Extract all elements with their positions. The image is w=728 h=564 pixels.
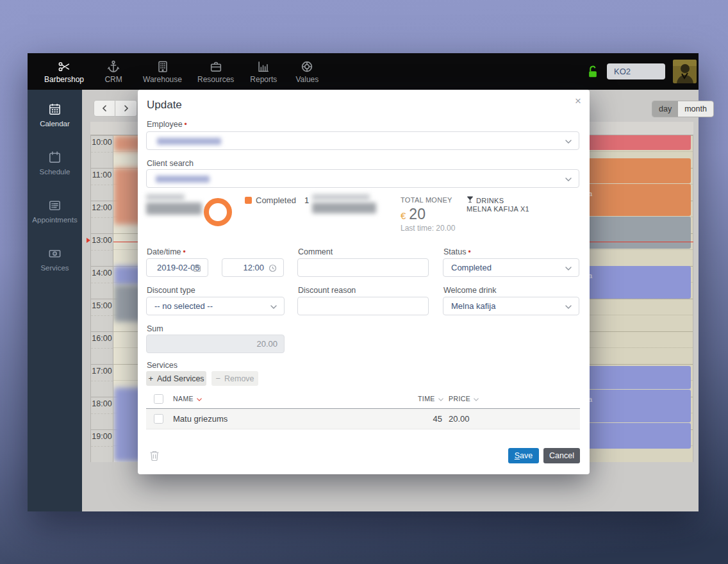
nav-item-reports[interactable]: Reports (249, 60, 277, 84)
calendar-grid-icon (47, 102, 62, 117)
comment-field (297, 258, 429, 277)
time-label: 19:00 (91, 429, 113, 462)
sidebar-item-label: Services (40, 264, 69, 272)
completed-donut-chart (204, 198, 232, 226)
time-label: 17:00 (91, 364, 113, 397)
nav-item-label: Values (295, 75, 318, 84)
legend-swatch (245, 197, 252, 204)
time-label: 18:00 (91, 397, 113, 429)
time-label: 11:00 (91, 168, 113, 201)
close-icon[interactable]: × (575, 95, 581, 108)
welcome-drink-label: Welcome drink (443, 286, 496, 295)
top-nav-items: Barbershop CRM Warehouse Resources Repor… (28, 60, 321, 84)
time-field[interactable]: 12:00 (222, 258, 284, 277)
workstation-input[interactable] (607, 63, 665, 79)
client-search-label: Client search (147, 159, 194, 168)
required-marker: • (185, 120, 187, 129)
prev-day-button[interactable] (94, 100, 115, 117)
warehouse-icon (156, 60, 170, 74)
row-checkbox[interactable] (154, 414, 163, 424)
column-header-time[interactable]: TIME (418, 395, 443, 402)
discount-reason-label: Discount reason (298, 286, 356, 295)
column-header-price[interactable]: PRICE (449, 395, 479, 402)
chevron-down-icon (270, 305, 277, 309)
redacted-client-name (156, 176, 210, 183)
drinks-value: MELNA KAFIJA X1 (467, 205, 529, 213)
redacted-client-contact (312, 194, 370, 200)
avatar[interactable] (673, 60, 697, 83)
discount-reason-input[interactable] (298, 297, 428, 315)
time-value: 12:00 (243, 263, 283, 272)
last-time-label: Last time: 20.00 (401, 224, 455, 233)
column-header-name[interactable]: NAME (173, 395, 202, 402)
nav-item-resources[interactable]: Resources (197, 60, 234, 84)
select-all-checkbox[interactable] (154, 394, 163, 404)
drinks-label: DRINKS (476, 197, 504, 204)
service-price: 20.00 (449, 414, 470, 424)
services-table: NAME TIME PRICE Matu griezums 45 20.00 (146, 389, 580, 429)
trash-icon[interactable] (149, 450, 160, 461)
discount-type-value: -- no selected -- (147, 301, 213, 311)
nav-item-crm[interactable]: CRM (99, 60, 128, 84)
redacted-client-contact (312, 203, 376, 213)
view-toggle: day month (652, 101, 714, 117)
calendar-outline-icon (47, 150, 62, 165)
welcome-drink-select[interactable]: Melna kafija (443, 297, 579, 315)
sidebar-item-services[interactable]: 1 Services (28, 234, 82, 282)
services-label: Services (147, 361, 178, 370)
anchor-icon (106, 60, 120, 74)
chevron-down-icon (565, 305, 572, 309)
employee-label: Employee• (147, 120, 187, 129)
remove-button[interactable]: −Remove (211, 371, 258, 386)
nav-item-label: Warehouse (143, 75, 182, 84)
cancel-button[interactable]: Cancel (543, 448, 580, 463)
total-money-value: €20 (401, 206, 426, 223)
update-modal: Update × Employee• Client search Complet… (138, 90, 590, 474)
bar-chart-icon (256, 60, 270, 74)
employee-select[interactable] (146, 131, 579, 150)
total-amount: 20 (409, 206, 426, 222)
time-gutter: 10:00 11:00 12:00 13:00 14:00 15:00 16:0… (90, 135, 113, 462)
nav-item-label: CRM (104, 75, 122, 84)
status-value: Completed (443, 263, 492, 272)
sidebar-item-label: Schedule (40, 168, 70, 176)
add-services-button[interactable]: +Add Services (146, 371, 206, 386)
time-label: 15:00 (91, 299, 113, 331)
minus-icon: − (215, 374, 220, 383)
date-field[interactable]: 2019-02-05 (146, 258, 208, 277)
svg-text:1: 1 (54, 252, 56, 256)
nav-item-barbershop[interactable]: Barbershop (44, 60, 84, 84)
chevron-right-icon (123, 105, 129, 112)
currency-symbol: € (401, 210, 406, 221)
nav-item-warehouse[interactable]: Warehouse (143, 60, 182, 84)
sidebar-item-schedule[interactable]: Schedule (28, 138, 82, 186)
time-label: 12:00 (91, 201, 113, 233)
time-label: 10:00 (91, 135, 113, 168)
sidebar-item-appointments[interactable]: Appointments (28, 186, 82, 234)
unlocked-icon[interactable] (586, 65, 599, 79)
discount-type-select[interactable]: -- no selected -- (146, 297, 285, 315)
legend-label: Completed (256, 195, 296, 205)
chevron-down-icon (565, 140, 572, 144)
sum-value: 20.00 (256, 339, 284, 349)
service-name: Matu griezums (173, 414, 228, 424)
legend-count: 1 (304, 195, 309, 205)
save-button[interactable]: Save (508, 448, 539, 463)
client-search-select[interactable] (146, 169, 579, 188)
service-row[interactable]: Matu griezums 45 20.00 (146, 409, 580, 429)
view-day-button[interactable]: day (652, 101, 678, 117)
banknote-icon: 1 (47, 246, 62, 261)
chevron-down-icon (565, 178, 572, 181)
sum-field: 20.00 (146, 335, 285, 353)
next-day-button[interactable] (115, 100, 137, 117)
list-icon (47, 198, 62, 213)
comment-input[interactable] (298, 259, 428, 276)
view-month-button[interactable]: month (678, 101, 713, 117)
chevron-down-icon (565, 267, 572, 270)
sidebar-item-calendar[interactable]: Calendar (28, 90, 82, 138)
status-select[interactable]: Completed (443, 258, 579, 277)
sidebar-item-label: Calendar (40, 120, 70, 128)
chevron-left-icon (101, 105, 108, 112)
nav-item-values[interactable]: Values (293, 60, 321, 84)
scissors-icon (57, 60, 71, 74)
